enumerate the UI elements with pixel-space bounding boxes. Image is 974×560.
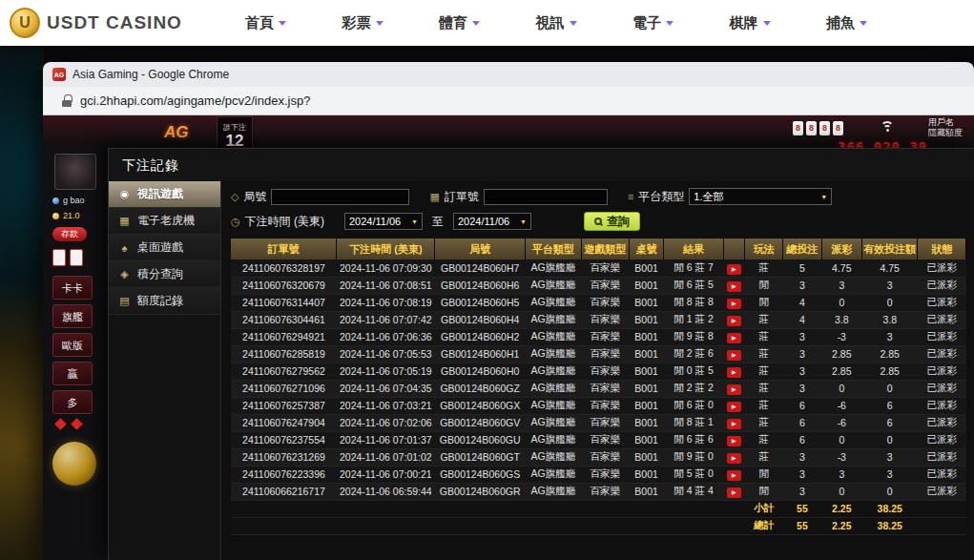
chrome-popup-window: AG Asia Gaming - Google Chrome gci.2hhap… <box>43 62 974 560</box>
cell-play: ▶ <box>723 431 744 448</box>
cell-bet: 4 <box>783 311 821 328</box>
nav-item-label: 彩票 <box>342 14 371 32</box>
cell-game: 百家樂 <box>581 294 629 311</box>
play-video-button[interactable]: ▶ <box>727 350 741 361</box>
date-to-select[interactable]: 2024/11/06 ▼ <box>453 213 531 230</box>
play-video-button[interactable]: ▶ <box>727 281 741 292</box>
play-video-button[interactable]: ▶ <box>727 453 741 464</box>
cell-game: 百家樂 <box>581 277 629 294</box>
cell-round: GB00124B060H5 <box>435 294 526 311</box>
nav-item-捕魚[interactable]: 捕魚 <box>826 14 867 32</box>
cell-play: ▶ <box>723 466 744 483</box>
filter-row-2: ◷ 下注時間 (美東) 2024/11/06 ▼ 至 2024/11/06 ▼ <box>231 210 966 233</box>
logo-text: USDT CASINO <box>47 12 182 33</box>
lobby-tab-旗艦[interactable]: 旗艦 <box>52 304 93 328</box>
nav-item-彩票[interactable]: 彩票 <box>342 14 383 32</box>
cell-valid: 6 <box>861 397 917 414</box>
cell-round: GB00124B060GS <box>435 466 526 483</box>
menu-item-額度記錄[interactable]: ▤額度記錄 <box>109 288 220 315</box>
cell-order: 241106066216717 <box>231 483 337 500</box>
menu-item-label: 視訊遊戲 <box>137 186 183 202</box>
nav-item-電子[interactable]: 電子 <box>632 14 674 32</box>
lobby-tab-歐版[interactable]: 歐版 <box>52 333 93 357</box>
cell-payout: -6 <box>821 414 861 431</box>
cell-time: 2024-11-06 07:08:51 <box>337 277 435 294</box>
cell-payout: -3 <box>821 448 861 466</box>
cell-play: ▶ <box>723 414 744 431</box>
lobby-tab-贏[interactable]: 贏 <box>52 362 93 385</box>
round-input[interactable] <box>271 189 409 205</box>
date-from-select[interactable]: 2024/11/06 ▼ <box>344 213 423 230</box>
play-video-button[interactable]: ▶ <box>727 470 741 481</box>
order-number-icon: ▦ <box>429 191 439 203</box>
play-video-button[interactable]: ▶ <box>727 299 741 309</box>
panel-menu: ◉視訊遊戲▦電子老虎機♠桌面遊戲◈積分查詢▤額度記錄 <box>109 181 221 560</box>
play-video-button[interactable]: ▶ <box>727 367 741 378</box>
cell-payout: 2.85 <box>821 345 861 363</box>
search-button[interactable]: 查詢 <box>584 212 640 231</box>
cell-status: 已派彩 <box>918 345 966 363</box>
table-row: 2411060762795622024-11-06 07:05:19GB0012… <box>231 363 966 380</box>
cell-round: GB00124B060H6 <box>435 277 526 294</box>
cell-result: 閒 9 莊 0 <box>664 448 724 466</box>
chrome-urlbar[interactable]: gci.2hhapi.com/agingame/pcv2/index.jsp? <box>43 87 974 115</box>
cell-play: ▶ <box>723 277 744 294</box>
cell-game: 百家樂 <box>581 483 629 500</box>
deposit-button[interactable]: 存款 <box>52 227 87 241</box>
cell-play: ▶ <box>723 363 744 380</box>
card-icon: 8 <box>806 121 817 135</box>
platform-select[interactable]: 1.全部 ▼ <box>689 188 832 205</box>
cell-table: B001 <box>629 345 663 363</box>
mini-card-icons <box>52 249 108 266</box>
cell-time: 2024-11-06 07:07:42 <box>337 311 435 328</box>
nav-item-棋牌[interactable]: 棋牌 <box>730 14 771 32</box>
play-video-button[interactable]: ▶ <box>727 384 741 395</box>
nav-item-label: 電子 <box>632 14 661 32</box>
order-label: 訂單號 <box>445 189 479 205</box>
play-video-button[interactable]: ▶ <box>727 402 741 412</box>
background-banner <box>0 46 44 560</box>
cell-bet: 3 <box>783 345 821 363</box>
cell-platform: AG旗艦廳 <box>526 345 581 363</box>
play-video-button[interactable]: ▶ <box>727 436 741 446</box>
play-video-button[interactable]: ▶ <box>727 264 741 275</box>
play-video-button[interactable]: ▶ <box>727 487 741 498</box>
cell-status: 已派彩 <box>918 397 966 414</box>
cell-order: 241106076320679 <box>231 277 337 294</box>
clock-icon: ◷ <box>231 216 240 228</box>
order-input[interactable] <box>484 189 608 205</box>
menu-item-電子老虎機[interactable]: ▦電子老虎機 <box>109 208 220 235</box>
site-logo[interactable]: U USDT CASINO <box>0 8 205 38</box>
cell-playtype: 莊 <box>744 448 782 466</box>
cell-valid: 3 <box>861 448 917 466</box>
records-tbody: 2411060763281972024-11-06 07:09:30GB0012… <box>231 259 966 534</box>
nav-item-首頁[interactable]: 首頁 <box>245 14 286 32</box>
menu-item-積分查詢[interactable]: ◈積分查詢 <box>109 261 220 288</box>
balance-row: 21.0 <box>52 211 108 220</box>
cell-bet: 3 <box>783 363 821 380</box>
cell-status: 已派彩 <box>918 431 966 448</box>
cell-table: B001 <box>629 414 663 431</box>
chrome-titlebar[interactable]: AG Asia Gaming - Google Chrome <box>43 62 974 87</box>
column-header: 局號 <box>435 239 526 259</box>
lobby-tab-多[interactable]: 多 <box>52 390 93 414</box>
lobby-sidebar: g bao 21.0 存款 卡卡旗艦歐版贏多 <box>52 154 108 560</box>
play-video-button[interactable]: ▶ <box>727 316 741 326</box>
nav-item-視訊[interactable]: 視訊 <box>536 14 577 32</box>
table-row: 2411060763206792024-11-06 07:08:51GB0012… <box>231 277 966 294</box>
play-video-button[interactable]: ▶ <box>727 419 741 429</box>
points-query-icon: ◈ <box>118 268 131 280</box>
date-to-value: 2024/11/06 <box>458 216 509 227</box>
menu-item-視訊遊戲[interactable]: ◉視訊遊戲 <box>109 181 220 208</box>
cell-playtype: 閒 <box>744 466 782 483</box>
table-row: 2411060762312692024-11-06 07:01:02GB0012… <box>231 448 966 466</box>
bet-time-label: 下注時間 (美東) <box>245 214 324 230</box>
nav-item-體育[interactable]: 體育 <box>439 14 480 32</box>
cell-order: 241106076279562 <box>231 363 337 380</box>
cell-table: B001 <box>629 363 663 380</box>
play-video-button[interactable]: ▶ <box>727 333 741 343</box>
menu-item-桌面遊戲[interactable]: ♠桌面遊戲 <box>109 235 220 261</box>
cell-time: 2024-11-06 07:04:35 <box>337 380 435 397</box>
cell-status: 已派彩 <box>918 380 966 397</box>
lobby-tab-卡卡[interactable]: 卡卡 <box>52 276 93 300</box>
